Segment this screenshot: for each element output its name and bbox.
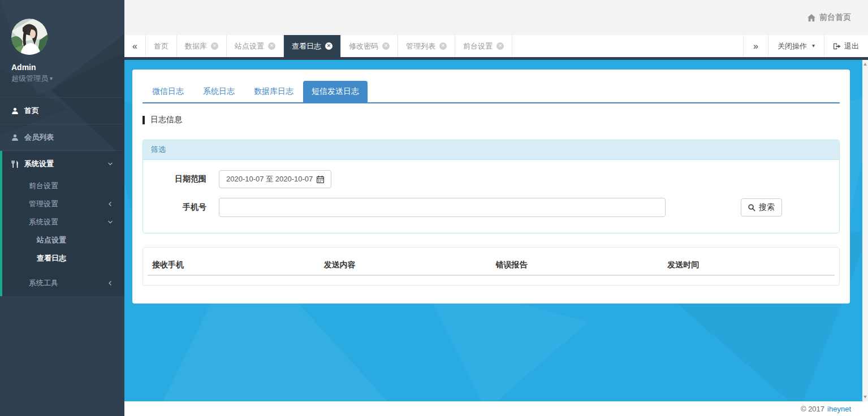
top-header: 前台首页 — [124, 0, 868, 35]
sidebar: Admin 超级管理员▾ 首页 会员列表 系统设置 前台设置 管理设置 — [0, 0, 124, 416]
user-profile: Admin 超级管理员▾ — [0, 0, 124, 97]
title-bar-decoration — [142, 116, 145, 124]
filter-panel-body: 日期范围 2020-10-07 至 2020-10-07 手机号 搜索 — [143, 160, 839, 233]
user-name: Admin — [11, 63, 113, 72]
sidebar-item-frontend-settings[interactable]: 前台设置 — [2, 177, 124, 195]
close-icon[interactable]: ✕ — [325, 42, 332, 50]
log-table: 接收手机 发送内容 错误报告 发送时间 — [148, 255, 835, 276]
sidebar-item-label: 管理设置 — [29, 199, 58, 209]
main-area: 前台首页 « 首页 数据库✕ 站点设置✕ 查看日志✕ 修改密码✕ 管理列表✕ 前… — [124, 0, 868, 416]
tab-bar: « 首页 数据库✕ 站点设置✕ 查看日志✕ 修改密码✕ 管理列表✕ 前台设置✕ … — [124, 35, 868, 60]
chevron-left-icon — [107, 201, 113, 207]
date-range-row: 日期范围 2020-10-07 至 2020-10-07 — [152, 170, 831, 188]
scroll-down-arrow-icon[interactable] — [863, 396, 867, 398]
tab-bar-actions: » 关闭操作▾ 退出 — [743, 35, 868, 57]
tab-sms-log[interactable]: 短信发送日志 — [303, 81, 368, 102]
date-range-label: 日期范围 — [152, 174, 206, 184]
date-range-picker[interactable]: 2020-10-07 至 2020-10-07 — [219, 170, 331, 188]
frontend-home-link[interactable]: 前台首页 — [807, 12, 851, 23]
tab-frontend-settings[interactable]: 前台设置✕ — [455, 35, 512, 57]
cutlery-icon — [11, 161, 19, 168]
vertical-scrollbar[interactable] — [862, 60, 868, 401]
caret-down-icon: ▾ — [812, 42, 815, 49]
close-icon[interactable]: ✕ — [496, 42, 504, 50]
avatar[interactable] — [11, 19, 47, 55]
log-tab-strip: 微信日志 系统日志 数据库日志 短信发送日志 — [142, 81, 840, 103]
user-icon — [11, 134, 19, 141]
sign-out-icon — [834, 43, 841, 50]
sidebar-item-label: 会员列表 — [24, 132, 54, 142]
sidebar-item-view-logs[interactable]: 查看日志 — [2, 249, 124, 267]
sidebar-item-site-settings[interactable]: 站点设置 — [2, 231, 124, 249]
sidebar-item-system-settings-sub[interactable]: 系统设置 — [2, 213, 124, 231]
tab-admin-list[interactable]: 管理列表✕ — [398, 35, 455, 57]
tab-database[interactable]: 数据库✕ — [177, 35, 227, 57]
tab-change-password[interactable]: 修改密码✕ — [341, 35, 398, 57]
tabs-scroll-left-button[interactable]: « — [124, 35, 146, 57]
phone-label: 手机号 — [152, 202, 206, 213]
close-operations-dropdown[interactable]: 关闭操作▾ — [768, 35, 824, 57]
logout-button[interactable]: 退出 — [824, 35, 868, 57]
home-icon — [807, 14, 815, 21]
close-icon[interactable]: ✕ — [382, 42, 390, 50]
chevron-down-icon — [107, 161, 113, 167]
sidebar-item-label: 系统设置 — [29, 217, 58, 227]
tab-site-settings[interactable]: 站点设置✕ — [227, 35, 284, 57]
close-icon[interactable]: ✕ — [268, 42, 275, 50]
log-card: 微信日志 系统日志 数据库日志 短信发送日志 日志信息 筛选 日期范围 2020… — [132, 70, 850, 304]
tab-home[interactable]: 首页 — [146, 35, 177, 57]
sidebar-item-label: 查看日志 — [37, 253, 66, 263]
filter-panel: 筛选 日期范围 2020-10-07 至 2020-10-07 手机号 — [142, 140, 840, 233]
brand-link[interactable]: iheynet — [827, 405, 851, 413]
sidebar-item-admin-settings[interactable]: 管理设置 — [2, 195, 124, 213]
sidebar-item-system-tools[interactable]: 系统工具 — [2, 274, 124, 296]
sidebar-item-label: 系统工具 — [29, 278, 58, 288]
tab-wechat-log[interactable]: 微信日志 — [142, 81, 193, 102]
col-error-report: 错误报告 — [491, 255, 663, 275]
scroll-up-arrow-icon[interactable] — [863, 63, 867, 66]
phone-row: 手机号 搜索 — [152, 198, 831, 217]
sidebar-item-home[interactable]: 首页 — [0, 97, 124, 124]
sidebar-subsection: 站点设置 查看日志 — [2, 231, 124, 274]
close-icon[interactable]: ✕ — [439, 42, 447, 50]
content-area: 微信日志 系统日志 数据库日志 短信发送日志 日志信息 筛选 日期范围 2020… — [124, 60, 868, 401]
tab-system-log[interactable]: 系统日志 — [193, 81, 244, 102]
sidebar-nav: 首页 会员列表 系统设置 前台设置 管理设置 系统设置 — [0, 97, 124, 296]
tab-database-log[interactable]: 数据库日志 — [244, 81, 303, 102]
col-send-content: 发送内容 — [319, 255, 491, 275]
chevron-left-icon — [107, 280, 113, 286]
sidebar-section-system-settings: 系统设置 前台设置 管理设置 系统设置 站点设置 查看日志 — [0, 151, 124, 296]
sidebar-item-label: 站点设置 — [37, 235, 66, 245]
user-role-dropdown[interactable]: 超级管理员▾ — [11, 73, 113, 84]
tabs-scroll-right-button[interactable]: » — [743, 35, 768, 57]
sidebar-item-members[interactable]: 会员列表 — [0, 124, 124, 151]
user-icon — [11, 107, 19, 115]
open-tabs: 首页 数据库✕ 站点设置✕ 查看日志✕ 修改密码✕ 管理列表✕ 前台设置✕ — [146, 35, 512, 57]
filter-panel-title: 筛选 — [143, 140, 839, 160]
chevron-down-icon — [107, 219, 113, 225]
tab-view-logs[interactable]: 查看日志✕ — [284, 35, 341, 57]
sidebar-item-label: 首页 — [24, 106, 39, 116]
caret-down-icon: ▾ — [50, 75, 53, 81]
col-receive-phone: 接收手机 — [148, 255, 319, 275]
calendar-icon — [317, 176, 324, 183]
footer: © 2017 iheynet — [124, 401, 868, 416]
search-button[interactable]: 搜索 — [741, 198, 782, 216]
close-icon[interactable]: ✕ — [211, 42, 218, 50]
table-header-row: 接收手机 发送内容 错误报告 发送时间 — [148, 255, 835, 275]
sidebar-item-system-settings[interactable]: 系统设置 — [2, 151, 124, 177]
col-send-time: 发送时间 — [663, 255, 835, 275]
log-table-panel: 接收手机 发送内容 错误报告 发送时间 — [142, 247, 840, 285]
section-title: 日志信息 — [142, 115, 840, 125]
sidebar-item-label: 前台设置 — [29, 181, 58, 191]
search-icon — [748, 204, 755, 211]
frontend-home-label: 前台首页 — [819, 12, 851, 23]
copyright-text: © 2017 — [801, 405, 824, 413]
phone-input[interactable] — [219, 198, 666, 217]
sidebar-item-label: 系统设置 — [24, 159, 54, 169]
